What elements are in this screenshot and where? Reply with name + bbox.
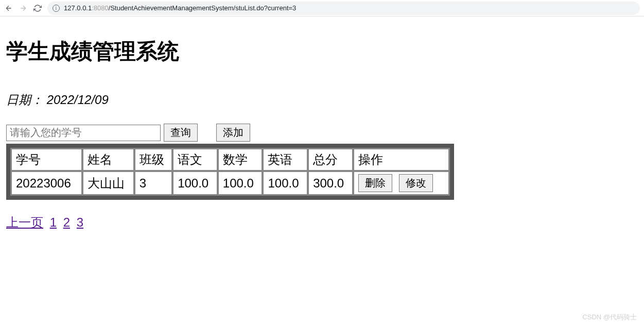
search-input[interactable] — [6, 125, 161, 141]
cell-class: 3 — [135, 171, 172, 195]
reload-icon[interactable] — [33, 4, 42, 13]
date-line: 日期： 2022/12/09 — [6, 92, 638, 108]
cell-action: 删除 修改 — [354, 171, 449, 195]
table-header-row: 学号 姓名 班级 语文 数学 英语 总分 操作 — [11, 149, 449, 170]
cell-name: 大山山 — [83, 171, 134, 195]
back-icon[interactable] — [4, 4, 13, 13]
col-name: 姓名 — [83, 149, 134, 170]
add-button[interactable]: 添加 — [216, 124, 250, 142]
page-link-2[interactable]: 2 — [63, 215, 70, 229]
forward-icon[interactable] — [19, 4, 28, 13]
col-english: 英语 — [263, 149, 307, 170]
pagination: 上一页 1 2 3 — [6, 214, 638, 231]
cell-total: 300.0 — [308, 171, 353, 195]
page-content: 学生成绩管理系统 日期： 2022/12/09 查询 添加 学号 姓名 班级 语… — [0, 16, 644, 236]
col-chinese: 语文 — [173, 149, 217, 170]
url-text: 127.0.0.1:8080/StudentAchievementManagem… — [64, 4, 296, 12]
controls-row: 查询 添加 — [6, 124, 638, 142]
table-row: 20223006 大山山 3 100.0 100.0 100.0 300.0 删… — [11, 171, 449, 195]
col-total: 总分 — [308, 149, 353, 170]
cell-english: 100.0 — [263, 171, 307, 195]
page-link-1[interactable]: 1 — [50, 215, 57, 229]
cell-chinese: 100.0 — [173, 171, 217, 195]
browser-toolbar: i 127.0.0.1:8080/StudentAchievementManag… — [0, 0, 644, 16]
prev-page-link[interactable]: 上一页 — [6, 215, 43, 229]
page-link-3[interactable]: 3 — [77, 215, 83, 229]
col-class: 班级 — [135, 149, 172, 170]
col-id: 学号 — [11, 149, 82, 170]
page-title: 学生成绩管理系统 — [6, 37, 638, 66]
delete-button[interactable]: 删除 — [358, 174, 392, 192]
search-button[interactable]: 查询 — [164, 124, 198, 142]
col-action: 操作 — [354, 149, 449, 170]
address-bar[interactable]: i 127.0.0.1:8080/StudentAchievementManag… — [47, 2, 640, 15]
edit-button[interactable]: 修改 — [399, 174, 433, 192]
cell-math: 100.0 — [218, 171, 263, 195]
student-table: 学号 姓名 班级 语文 数学 英语 总分 操作 20223006 大山山 3 1… — [6, 144, 454, 200]
col-math: 数学 — [218, 149, 263, 170]
site-info-icon[interactable]: i — [53, 5, 60, 12]
cell-id: 20223006 — [11, 171, 82, 195]
